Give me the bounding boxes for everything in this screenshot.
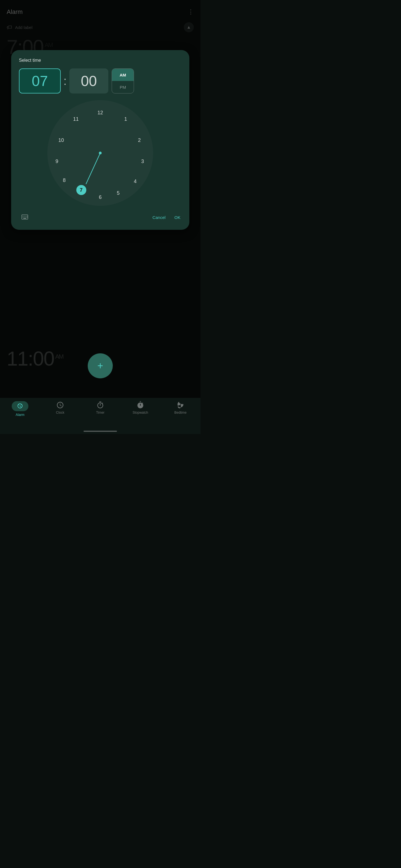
clock-face[interactable]: 12 1 2 3 4 5 6 7 8 9 10 11 xyxy=(47,100,153,206)
clock-num-12[interactable]: 12 xyxy=(95,108,105,118)
clock-num-7[interactable]: 7 xyxy=(76,185,86,195)
bedtime-icon xyxy=(176,401,184,409)
pm-option[interactable]: PM xyxy=(112,81,134,93)
clock-num-8[interactable]: 8 xyxy=(59,176,69,186)
svg-rect-6 xyxy=(26,216,26,216)
nav-item-alarm[interactable]: Alarm xyxy=(9,401,31,417)
alarm-icon xyxy=(17,403,23,409)
clock-num-9[interactable]: 9 xyxy=(52,156,62,166)
svg-line-0 xyxy=(86,153,100,184)
hour-value: 07 xyxy=(32,72,48,89)
ampm-selector[interactable]: AM PM xyxy=(112,68,134,93)
modal-footer: Cancel OK xyxy=(19,211,181,223)
nav-item-bedtime[interactable]: Bedtime xyxy=(169,401,192,414)
am-option[interactable]: AM xyxy=(112,69,134,81)
bedtime-nav-label: Bedtime xyxy=(174,411,187,414)
add-alarm-fab[interactable]: + xyxy=(88,353,113,378)
clock-container: 12 1 2 3 4 5 6 7 8 9 10 11 xyxy=(19,100,181,206)
svg-rect-4 xyxy=(24,216,24,216)
svg-rect-9 xyxy=(24,217,24,218)
time-selector-row: 07 : 00 AM PM xyxy=(19,68,181,93)
hour-selector[interactable]: 07 xyxy=(19,68,61,93)
keyboard-toggle-button[interactable] xyxy=(19,211,31,223)
modal-title: Select time xyxy=(19,58,181,63)
clock-num-2[interactable]: 2 xyxy=(135,135,145,145)
clock-num-5[interactable]: 5 xyxy=(113,188,123,198)
clock-num-6[interactable]: 6 xyxy=(95,192,105,203)
svg-rect-3 xyxy=(23,216,23,216)
minute-value: 00 xyxy=(81,72,97,89)
svg-rect-13 xyxy=(23,218,26,219)
svg-rect-8 xyxy=(23,217,23,218)
modal-action-buttons: Cancel OK xyxy=(151,213,181,222)
svg-rect-12 xyxy=(27,217,28,218)
ok-button[interactable]: OK xyxy=(173,213,181,222)
clock-num-10[interactable]: 10 xyxy=(56,135,66,145)
plus-icon: + xyxy=(97,360,103,372)
clock-num-11[interactable]: 11 xyxy=(71,114,81,124)
svg-rect-5 xyxy=(25,216,25,216)
clock-icon xyxy=(56,401,64,409)
time-picker-modal: Select time 07 : 00 AM PM 12 xyxy=(11,50,189,230)
clock-num-4[interactable]: 4 xyxy=(130,177,140,187)
nav-item-timer[interactable]: Timer xyxy=(89,401,111,414)
stopwatch-nav-label: Stopwatch xyxy=(133,411,148,414)
nav-item-clock[interactable]: Clock xyxy=(49,401,71,414)
cancel-button[interactable]: Cancel xyxy=(151,213,167,222)
svg-rect-11 xyxy=(26,217,26,218)
timer-nav-label: Timer xyxy=(96,411,105,414)
time-colon: : xyxy=(63,75,66,87)
alarm-time-bg2: 11:00AM xyxy=(7,347,63,370)
svg-rect-7 xyxy=(27,216,28,216)
clock-num-1[interactable]: 1 xyxy=(121,114,131,124)
home-indicator xyxy=(84,431,117,432)
timer-icon xyxy=(96,401,104,409)
svg-rect-10 xyxy=(25,217,25,218)
clock-num-3[interactable]: 3 xyxy=(138,156,148,166)
bottom-navigation: Alarm Clock Timer Stopwatch Bedtime xyxy=(0,398,200,434)
alarm-nav-icon-bg xyxy=(12,401,28,411)
stopwatch-icon xyxy=(137,401,144,409)
nav-item-stopwatch[interactable]: Stopwatch xyxy=(129,401,151,414)
minute-selector[interactable]: 00 xyxy=(69,68,108,93)
svg-point-1 xyxy=(99,152,102,154)
clock-nav-label: Clock xyxy=(56,411,64,414)
alarm-nav-label: Alarm xyxy=(16,413,24,417)
